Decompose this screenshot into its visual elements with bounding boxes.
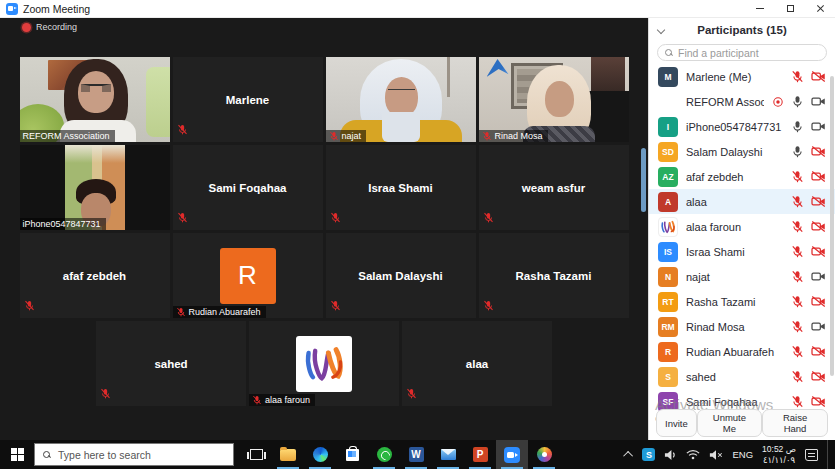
participant-status-icons <box>791 145 826 158</box>
mic-muted-icon <box>791 320 804 333</box>
tile-name-label: najat <box>326 130 367 142</box>
video-tile[interactable]: Salam Dalayshi <box>326 233 476 318</box>
file-explorer-taskbar-button[interactable] <box>272 440 304 469</box>
participant-row[interactable]: RRudian Abuarafeh <box>649 339 835 364</box>
participant-row[interactable]: AZafaf zebdeh <box>649 164 835 189</box>
tile-name-label: REFORM Association <box>20 130 115 142</box>
mic-muted-icon <box>252 395 262 405</box>
chevron-down-icon[interactable] <box>657 26 665 34</box>
minimize-button[interactable] <box>745 0 775 17</box>
mic-muted-icon <box>791 195 804 208</box>
participant-row[interactable]: MMarlene (Me) <box>649 64 835 89</box>
tile-name-label: Rasha Tazami <box>479 233 629 318</box>
action-center-icon[interactable] <box>805 449 818 461</box>
participant-row[interactable]: Nnajat <box>649 264 835 289</box>
show-desktop-button[interactable] <box>827 440 831 469</box>
participant-avatar <box>296 336 352 392</box>
mic-muted-icon <box>791 220 804 233</box>
participant-row[interactable]: IiPhone0547847731 <box>649 114 835 139</box>
speaker-icon[interactable] <box>664 449 677 461</box>
mic-muted-icon <box>791 245 804 258</box>
taskbar-search-box[interactable]: Type here to search <box>34 443 234 466</box>
participant-status-icons <box>791 395 826 408</box>
participants-panel: Participants (15) MMarlene (Me) REFORM A… <box>648 18 835 440</box>
video-tile[interactable]: Marlene <box>173 57 323 142</box>
participant-row[interactable]: Ssahed <box>649 364 835 389</box>
video-tile[interactable]: Rasha Tazami <box>479 233 629 318</box>
mic-muted-icon <box>791 395 804 408</box>
participant-name: najat <box>686 271 783 283</box>
video-off-icon <box>811 195 826 208</box>
participant-row[interactable]: RTRasha Tazami <box>649 289 835 314</box>
photos-taskbar-button[interactable] <box>528 440 560 469</box>
video-on-icon <box>811 270 826 283</box>
skype-tray-icon[interactable]: S <box>642 448 655 461</box>
video-tile[interactable]: iPhone0547847731 <box>20 145 170 230</box>
maximize-button[interactable] <box>775 0 805 17</box>
participant-search-input[interactable] <box>678 47 819 59</box>
participant-row[interactable]: alaa faroun <box>649 214 835 239</box>
close-button[interactable] <box>805 0 835 17</box>
taskbar: Type here to search WP S ENG 10:52 ص ٤١/… <box>0 440 835 469</box>
powerpoint-taskbar-button[interactable]: P <box>464 440 496 469</box>
participant-status-icons <box>791 70 826 83</box>
mic-muted-indicator <box>483 297 494 315</box>
video-tile[interactable]: Sami Foqahaa <box>173 145 323 230</box>
mic-muted-icon <box>100 388 111 399</box>
participant-name: Salam Dalayshi <box>686 146 783 158</box>
participant-avatar: S <box>658 367 678 387</box>
mic-muted-indicator <box>100 385 111 403</box>
mic-muted-icon <box>483 212 494 223</box>
video-tile[interactable]: sahed <box>96 321 246 406</box>
mic-muted-icon <box>483 300 494 311</box>
video-off-icon <box>811 170 826 183</box>
video-tile[interactable]: afaf zebdeh <box>20 233 170 318</box>
participant-row[interactable]: SDSalam Dalayshi <box>649 139 835 164</box>
raise-hand-button[interactable]: Raise Hand <box>762 409 828 437</box>
participant-avatar: AZ <box>658 167 678 187</box>
participant-row[interactable]: Aalaa <box>649 189 835 214</box>
video-tile[interactable]: weam asfur <box>479 145 629 230</box>
start-button[interactable] <box>0 440 34 469</box>
participant-status-icons <box>772 95 826 108</box>
video-tile[interactable]: alaa <box>402 321 552 406</box>
edge-taskbar-button[interactable] <box>304 440 336 469</box>
window-titlebar: Zoom Meeting <box>0 0 835 18</box>
word-taskbar-button[interactable]: W <box>400 440 432 469</box>
invite-button[interactable]: Invite <box>656 409 697 437</box>
mic-muted-indicator <box>330 297 341 315</box>
video-tile[interactable]: Rinad Mosa <box>479 57 629 142</box>
unmute-me-button[interactable]: Unmute Me <box>697 409 762 437</box>
mic-muted-icon <box>177 124 188 135</box>
tray-expand-icon[interactable] <box>624 451 634 461</box>
participant-row[interactable]: REFORM Association (Host) <box>649 89 835 114</box>
participant-status-icons <box>791 345 826 358</box>
mic-muted-indicator <box>177 121 188 139</box>
participant-avatar <box>658 92 678 112</box>
participant-status-icons <box>791 270 826 283</box>
participant-avatar: M <box>658 67 678 87</box>
wifi-icon[interactable] <box>686 449 700 460</box>
participant-search-box[interactable] <box>657 44 827 61</box>
video-tile[interactable]: REFORM Association <box>20 57 170 142</box>
whatsapp-taskbar-button[interactable] <box>368 440 400 469</box>
task-view-button[interactable] <box>240 440 272 469</box>
mail-taskbar-button[interactable] <box>432 440 464 469</box>
mic-muted-icon <box>791 270 804 283</box>
participant-row[interactable]: RMRinad Mosa <box>649 314 835 339</box>
participant-row[interactable]: ISIsraa Shami <box>649 239 835 264</box>
video-grid-scrollbar[interactable] <box>641 148 646 212</box>
volume-muted-icon[interactable] <box>709 449 723 461</box>
taskbar-clock[interactable]: 10:52 ص ٤١/١١/٠٩ <box>762 444 796 465</box>
participant-name: Rasha Tazami <box>686 296 783 308</box>
video-tile[interactable]: Israa Shami <box>326 145 476 230</box>
video-tile[interactable]: R Rudian Abuarafeh <box>173 233 323 318</box>
language-indicator[interactable]: ENG <box>732 449 753 460</box>
video-tile[interactable]: najat <box>326 57 476 142</box>
microsoft-store-taskbar-button[interactable] <box>336 440 368 469</box>
system-tray: S ENG 10:52 ص ٤١/١١/٠٩ <box>626 440 835 469</box>
participant-avatar: RM <box>658 317 678 337</box>
video-tile[interactable]: alaa faroun <box>249 321 399 406</box>
zoom-taskbar-button[interactable] <box>496 440 528 469</box>
participants-scrollbar[interactable] <box>830 76 834 376</box>
